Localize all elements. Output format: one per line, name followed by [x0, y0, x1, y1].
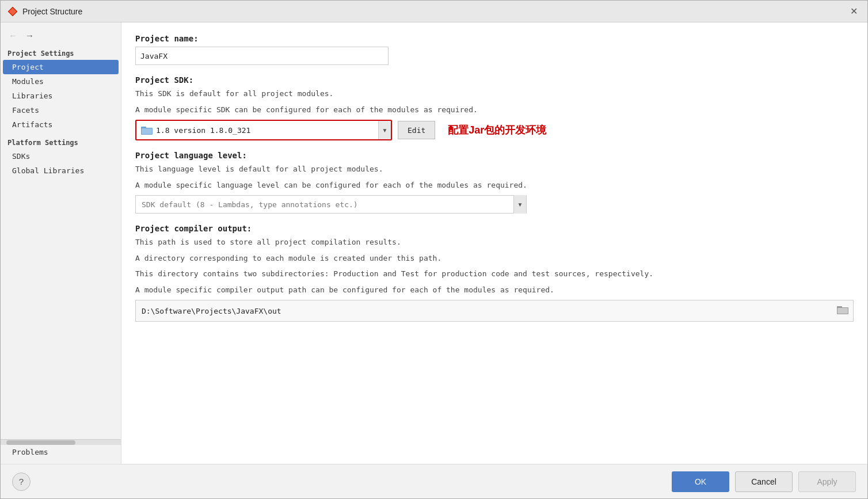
- project-name-input[interactable]: [135, 47, 389, 65]
- compiler-desc1: This path is used to store all project c…: [135, 237, 854, 248]
- title-bar-left: Project Structure: [7, 6, 82, 17]
- compiler-output-section: Project compiler output: This path is us…: [135, 224, 854, 322]
- project-sdk-label: Project SDK:: [135, 75, 854, 85]
- language-dropdown-arrow[interactable]: ▼: [513, 195, 526, 214]
- cancel-button[interactable]: Cancel: [735, 471, 793, 492]
- bottom-left: ?: [12, 473, 31, 491]
- language-level-section: Project language level: This language le…: [135, 151, 854, 214]
- apply-button[interactable]: Apply: [798, 471, 856, 492]
- project-name-label: Project name:: [135, 34, 854, 43]
- platform-settings-label: Platform Settings: [1, 135, 121, 149]
- project-structure-dialog: Project Structure ✕ ← → Project Settings…: [0, 0, 868, 499]
- sidebar-item-project[interactable]: Project: [3, 60, 119, 74]
- compiler-desc2: A directory corresponding to each module…: [135, 253, 854, 264]
- compiler-desc4: A module specific compiler output path c…: [135, 284, 854, 296]
- scrollbar-thumb[interactable]: [6, 440, 75, 445]
- sidebar-spacer: [1, 178, 121, 439]
- sidebar-item-modules[interactable]: Modules: [1, 74, 121, 89]
- sdk-desc1: This SDK is default for all project modu…: [135, 88, 854, 100]
- forward-arrow[interactable]: →: [23, 29, 36, 41]
- dialog-title: Project Structure: [22, 7, 82, 16]
- sidebar-item-facets[interactable]: Facets: [1, 103, 121, 117]
- project-settings-label: Project Settings: [1, 46, 121, 60]
- close-button[interactable]: ✕: [847, 5, 861, 18]
- project-name-section: Project name:: [135, 34, 854, 65]
- sdk-dropdown-arrow[interactable]: ▼: [378, 121, 391, 139]
- language-level-dropdown[interactable]: SDK default (8 - Lambdas, type annotatio…: [135, 195, 527, 214]
- sdk-value-text: 1.8 version 1.8.0_321: [156, 126, 250, 135]
- edit-sdk-button[interactable]: Edit: [398, 121, 435, 139]
- language-level-label: Project language level:: [135, 151, 854, 160]
- sidebar-item-artifacts[interactable]: Artifacts: [1, 117, 121, 132]
- sidebar-item-libraries[interactable]: Libraries: [1, 89, 121, 103]
- lang-desc2: A module specific language level can be …: [135, 180, 854, 191]
- app-icon: [7, 6, 18, 17]
- main-content: ← → Project Settings Project Modules Lib…: [1, 22, 867, 464]
- back-arrow[interactable]: ←: [6, 29, 20, 41]
- project-sdk-section: Project SDK: This SDK is default for all…: [135, 75, 854, 140]
- svg-rect-4: [142, 128, 152, 134]
- language-level-value: SDK default (8 - Lambdas, type annotatio…: [136, 200, 513, 209]
- sidebar-item-problems[interactable]: Problems: [1, 445, 121, 459]
- svg-rect-7: [837, 308, 848, 314]
- sdk-dropdown-wrapper[interactable]: 1.8 version 1.8.0_321 ▼: [135, 120, 392, 140]
- ok-button[interactable]: OK: [672, 471, 729, 492]
- annotation-text: 配置Jar包的开发环境: [448, 123, 546, 137]
- lang-desc1: This language level is default for all p…: [135, 163, 854, 175]
- sdk-dropdown-inner[interactable]: 1.8 version 1.8.0_321: [136, 121, 378, 139]
- sdk-folder-icon: [141, 125, 153, 135]
- sidebar: ← → Project Settings Project Modules Lib…: [1, 22, 121, 464]
- compiler-output-label: Project compiler output:: [135, 224, 854, 233]
- sidebar-item-sdks[interactable]: SDKs: [1, 149, 121, 163]
- compiler-desc3: This directory contains two subdirectori…: [135, 268, 854, 280]
- help-button[interactable]: ?: [12, 473, 31, 491]
- sdk-desc2: A module specific SDK can be configured …: [135, 104, 854, 116]
- right-panel: Project name: Project SDK: This SDK is d…: [121, 22, 867, 464]
- sidebar-item-global-libraries[interactable]: Global Libraries: [1, 163, 121, 178]
- sidebar-scrollbar[interactable]: [1, 439, 121, 445]
- bottom-bar: ? OK Cancel Apply: [1, 464, 867, 498]
- compiler-path-text: D:\Software\Projects\JavaFX\out: [142, 307, 281, 315]
- compiler-folder-icon[interactable]: [837, 305, 848, 317]
- compiler-output-field: D:\Software\Projects\JavaFX\out: [135, 300, 854, 322]
- title-bar: Project Structure ✕: [1, 1, 867, 22]
- sdk-row: 1.8 version 1.8.0_321 ▼ Edit 配置Jar包的开发环境: [135, 120, 854, 140]
- nav-row: ← →: [1, 27, 121, 46]
